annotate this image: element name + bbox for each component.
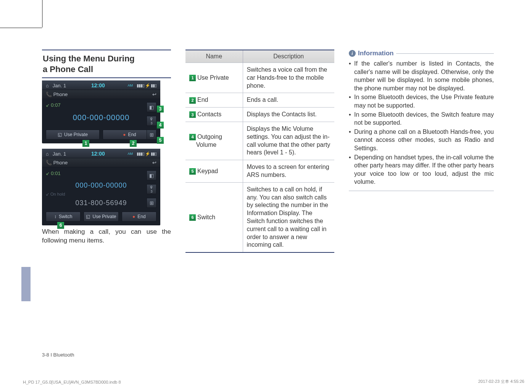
row-name: Switch bbox=[197, 214, 215, 220]
page-border-horizontal bbox=[0, 27, 42, 28]
ss2-body: 0:01 000-000-00000 ↙ On hold 031-800-569… bbox=[42, 167, 160, 225]
body-text: When making a call, you can use the foll… bbox=[42, 228, 171, 245]
column-1: Using the Menu During a Phone Call ⌂ Jan… bbox=[42, 50, 171, 253]
ss2-end-button: ●End bbox=[122, 212, 156, 222]
row-desc: Switches a voice call from the car Hands… bbox=[243, 63, 334, 93]
th-desc: Description bbox=[243, 50, 334, 63]
ss2-phone-label: 📞 Phone bbox=[46, 160, 68, 165]
ss1-number: 000-000-00000 bbox=[46, 113, 156, 122]
tag-6: 6 bbox=[189, 214, 196, 221]
info-rule bbox=[396, 53, 494, 54]
row-name: End bbox=[197, 96, 208, 103]
ss1-side-icons: ◧ 🎙3 ⊞ bbox=[147, 102, 156, 140]
section-title-l1: Using the Menu During bbox=[43, 54, 135, 63]
row-desc: Displays the Mic Volume settings. You ca… bbox=[243, 122, 334, 160]
column-2: Name Description 1Use Private Switches a… bbox=[185, 50, 334, 253]
row-name: Keypad bbox=[197, 168, 218, 174]
home-icon: ⌂ bbox=[46, 151, 49, 157]
signal-icon: ▮▮▮▯ ⚡ ▮▮▯ bbox=[137, 151, 156, 156]
page-border-vertical bbox=[42, 0, 43, 27]
ss1-breadcrumb: 📞 Phone ↩ bbox=[42, 90, 160, 99]
keypad-icon: ⊞ bbox=[147, 198, 156, 208]
row-desc: Displays the Contacts list. bbox=[243, 108, 334, 122]
page-content: Using the Menu During a Phone Call ⌂ Jan… bbox=[0, 0, 532, 268]
contacts-icon: ◧ bbox=[147, 102, 156, 112]
list-item: In some Bluetooth devices, the Use Priva… bbox=[349, 93, 494, 109]
table-row: 2End Ends a call. bbox=[185, 93, 334, 108]
section-title: Using the Menu During a Phone Call bbox=[42, 50, 171, 78]
tag-1: 1 bbox=[189, 75, 196, 81]
description-table: Name Description 1Use Private Switches a… bbox=[185, 50, 334, 253]
ss2-breadcrumb: 📞 Phone ↩ bbox=[42, 158, 160, 167]
ss1-ampm: AM bbox=[127, 84, 133, 87]
tag-4: 4 bbox=[189, 134, 196, 140]
print-mark-left: H_PD 17_G5.0[USA_EU]AVN_G3MS7BD000.indb … bbox=[23, 380, 121, 384]
mic-icon: 🎙3 bbox=[147, 116, 156, 126]
page-tab-marker bbox=[21, 267, 31, 301]
ss2-ampm: AM bbox=[127, 152, 133, 156]
screenshot-2: ⌂ Jan. 1 12:00 AM ▮▮▮▯ ⚡ ▮▮▯ 📞 Phone ↩ 0… bbox=[42, 149, 160, 225]
table-row: 4Outgoing Volume Displays the Mic Volume… bbox=[185, 122, 334, 160]
table-row: 5Keypad Moves to a screen for entering A… bbox=[185, 160, 334, 183]
ss2-time: 12:00 bbox=[91, 151, 105, 157]
row-name: Use Private bbox=[197, 74, 229, 81]
ss2-statusbar: ⌂ Jan. 1 12:00 AM ▮▮▮▯ ⚡ ▮▮▯ bbox=[42, 149, 160, 158]
info-icon: i bbox=[349, 50, 356, 57]
table-row: 3Contacts Displays the Contacts list. bbox=[185, 108, 334, 122]
info-heading: i Information bbox=[349, 50, 494, 57]
keypad-icon: ⊞ bbox=[147, 130, 156, 140]
row-name: Contacts bbox=[197, 111, 221, 117]
list-item: In some Bluetooth devices, the Switch fe… bbox=[349, 111, 494, 127]
tag-2: 2 bbox=[189, 97, 196, 104]
ss1-duration: 0:07 bbox=[46, 102, 156, 108]
row-desc: Ends a call. bbox=[243, 93, 334, 108]
list-item: Depending on handset types, the in-call … bbox=[349, 153, 494, 186]
tag-3: 3 bbox=[189, 111, 196, 118]
list-item: During a phone call on a Bluetooth Hands… bbox=[349, 128, 494, 153]
row-desc: Moves to a screen for entering ARS numbe… bbox=[243, 160, 334, 183]
ss1-date: Jan. 1 bbox=[53, 83, 66, 88]
list-item: If the caller's number is listed in Cont… bbox=[349, 59, 494, 92]
back-icon: ↩ bbox=[152, 160, 156, 165]
tag-5: 5 bbox=[189, 168, 196, 175]
home-icon: ⌂ bbox=[46, 83, 49, 88]
table-row: 6Switch Switches to a call on hold, if a… bbox=[185, 182, 334, 252]
signal-icon: ▮▮▮▯ ⚡ ▮▮▯ bbox=[137, 83, 156, 88]
back-icon: ↩ bbox=[152, 92, 156, 97]
ss1-time: 12:00 bbox=[91, 82, 105, 88]
ss2-side-icons: ◧ 🎙3 ⊞ bbox=[147, 170, 156, 208]
callout-2: 2 bbox=[130, 140, 137, 147]
contacts-icon: ◧ bbox=[147, 170, 156, 180]
page-footer: 3-8 I Bluetooth bbox=[42, 352, 74, 358]
screenshot-1: ⌂ Jan. 1 12:00 AM ▮▮▮▯ ⚡ ▮▮▯ 📞 Phone ↩ 0… bbox=[42, 80, 160, 143]
ss2-number2: 031-800-56949 bbox=[46, 199, 156, 207]
ss1-use-private-button: ◱Use Private bbox=[46, 130, 100, 140]
table-row: 1Use Private Switches a voice call from … bbox=[185, 63, 334, 93]
ss2-use-private-button: ◱Use Private bbox=[84, 212, 118, 222]
callout-4: 4 bbox=[157, 122, 164, 129]
ss1-body: 0:07 000-000-00000 ◱Use Private ●End ◧ 🎙… bbox=[42, 99, 160, 143]
mic-icon: 🎙3 bbox=[147, 184, 156, 194]
callout-1: 1 bbox=[82, 140, 89, 147]
th-name: Name bbox=[185, 50, 243, 63]
ss1-phone-label: 📞 Phone bbox=[46, 92, 68, 97]
ss2-duration: 0:01 bbox=[46, 170, 156, 176]
callout-5: 5 bbox=[157, 137, 164, 144]
row-desc: Switches to a call on hold, if any. You … bbox=[243, 182, 334, 252]
section-title-l2: a Phone Call bbox=[43, 64, 93, 74]
callout-3: 3 bbox=[157, 106, 164, 112]
ss2-onhold: ↙ On hold bbox=[46, 192, 156, 197]
ss2-date: Jan. 1 bbox=[53, 151, 66, 157]
print-mark-right: 2017-02-23 오후 4:55:26 bbox=[478, 379, 524, 384]
column-3: i Information If the caller's number is … bbox=[349, 50, 494, 253]
ss1-statusbar: ⌂ Jan. 1 12:00 AM ▮▮▮▯ ⚡ ▮▮▯ bbox=[42, 80, 160, 90]
ss2-number1: 000-000-00000 bbox=[46, 182, 156, 190]
info-list: If the caller's number is listed in Cont… bbox=[349, 59, 494, 191]
ss2-switch-button: ↕Switch bbox=[46, 212, 81, 222]
info-title: Information bbox=[358, 50, 394, 57]
callout-6: 6 bbox=[57, 222, 64, 229]
